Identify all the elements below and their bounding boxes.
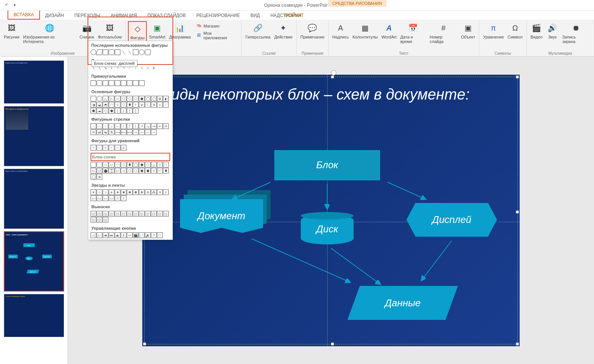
shape-item[interactable]: ⬤ [103, 168, 108, 174]
shape-item[interactable]: ◯ [145, 96, 151, 101]
shape-item[interactable]: ⤻ [151, 129, 157, 135]
shape-item[interactable]: + [91, 145, 96, 151]
tab-pokaz[interactable]: ПОКАЗ СЛАЙДОВ [142, 11, 191, 20]
flowchart-block[interactable]: Блок [274, 150, 380, 180]
shape-item[interactable]: △ [151, 162, 157, 167]
shape-item[interactable]: ↔ [115, 123, 120, 129]
shape-item[interactable]: − [97, 145, 102, 151]
slide-thumb-3[interactable]: Орион обитал в южной Греции... [4, 169, 64, 229]
shape-item[interactable]: ⏮ [103, 232, 108, 238]
shape-item[interactable]: ÷ [109, 145, 114, 151]
shape-item[interactable]: ⏭ [109, 232, 114, 238]
slide-thumb-5[interactable]: Список литературы и сайты [4, 294, 64, 337]
shape-item[interactable]: ◯ [91, 174, 96, 180]
risunki-button[interactable]: 🖼Рисунки [2, 21, 21, 45]
shape-item[interactable]: ≠ [121, 145, 126, 151]
shape-item[interactable]: ╲ [127, 49, 132, 55]
tab-dizain[interactable]: ДИЗАЙН [40, 11, 69, 20]
shape-item[interactable] [127, 80, 132, 86]
shape-item[interactable] [139, 49, 145, 55]
shape-item[interactable]: ⬢ [139, 168, 145, 174]
shape-item[interactable]: ⤵ [133, 123, 138, 129]
shape-item[interactable]: ◊ [115, 195, 120, 201]
shape-item[interactable]: ↗ [139, 123, 145, 129]
shape-item[interactable]: ❋ [139, 189, 145, 195]
giperssylka-button[interactable]: 🔗Гиперссылка [244, 21, 272, 40]
diagramma-button[interactable]: 📊Диаграмма [168, 21, 192, 41]
shape-item[interactable]: ✦ [91, 189, 96, 195]
shape-item[interactable]: ↩ [127, 232, 132, 238]
smartart-button[interactable]: ▣SmartArt [148, 21, 167, 41]
shape-item[interactable]: ◫ [97, 211, 102, 217]
shape-item[interactable]: ⬡ [103, 108, 108, 114]
shape-item[interactable]: ▽ [157, 162, 163, 167]
resize-handle-t[interactable] [331, 75, 334, 78]
shape-item[interactable]: ⇦ [139, 129, 145, 135]
shape-item[interactable]: ⇄ [97, 129, 102, 135]
shape-item[interactable]: ◒ [97, 102, 102, 108]
shape-item[interactable]: ✸ [121, 189, 126, 195]
shape-item[interactable] [91, 80, 96, 86]
shape-item[interactable]: ? [151, 232, 157, 238]
shape-item[interactable]: ▷ [97, 232, 102, 238]
shape-item[interactable]: ⬭ [157, 168, 163, 174]
shape-item[interactable]: ⬡ [145, 162, 151, 167]
shape-item[interactable]: ✹ [127, 189, 132, 195]
shape-item[interactable]: ◐ [163, 96, 169, 101]
slide-title-text[interactable]: Виды некоторых блок – схем в документе: [161, 86, 469, 103]
shape-item[interactable]: ◫ [163, 211, 169, 217]
tab-format[interactable]: ФОРМАТ [279, 11, 309, 20]
shape-item[interactable]: ◫ [157, 211, 163, 217]
shape-item[interactable]: ◯ [133, 162, 138, 167]
shape-item[interactable]: ☆ [103, 189, 108, 195]
shape-item[interactable]: ⤴ [127, 123, 132, 129]
shape-item[interactable]: ▭ [91, 168, 96, 174]
shape-item[interactable]: ☺ [157, 102, 163, 108]
simvol-button[interactable]: ΩСимвол [506, 21, 524, 40]
shape-item[interactable] [133, 49, 138, 55]
shape-item[interactable]: □ [157, 232, 163, 238]
shape-item[interactable]: ◫ [91, 217, 96, 223]
shape-item[interactable]: ( [115, 108, 120, 114]
shape-item[interactable]: ⬟ [91, 108, 96, 114]
shape-item[interactable]: + [133, 102, 138, 108]
shape-item[interactable]: ⬭ [115, 162, 120, 167]
shape-item[interactable]: ☁ [97, 108, 102, 114]
shape-item[interactable]: = [115, 145, 120, 151]
shape-item[interactable]: ◯ [151, 96, 157, 101]
obekt-button[interactable]: ▣Объект [460, 21, 477, 45]
shape-item[interactable]: 🔊 [145, 232, 151, 238]
shape-item[interactable]: ↯ [151, 102, 157, 108]
drawing-tools-tab[interactable]: СРЕДСТВА РИСОВАНИЯ [328, 0, 386, 7]
uravnenie-button[interactable]: πУравнение [482, 21, 505, 40]
shape-item[interactable]: ∿ [139, 65, 145, 71]
shape-item[interactable]: ▭ [109, 195, 114, 201]
shape-item[interactable]: ↘ [145, 123, 151, 129]
shape-item[interactable] [139, 80, 145, 86]
tab-recenz[interactable]: РЕЦЕНЗИРОВАНИЕ [191, 11, 245, 20]
flowchart-data[interactable]: Данные [348, 286, 458, 320]
shape-item[interactable]: { [127, 108, 132, 114]
tab-vid[interactable]: ВИД [245, 11, 265, 20]
shape-item[interactable]: ◑ [91, 102, 96, 108]
shape-item[interactable]: ) [121, 108, 126, 114]
tab-perehody[interactable]: ПЕРЕХОДЫ [69, 11, 105, 20]
shape-item[interactable]: ⬮ [163, 168, 169, 174]
resize-handle-b[interactable] [331, 342, 334, 346]
shape-item[interactable]: ◓ [103, 102, 108, 108]
shape-item[interactable]: ⬯ [121, 102, 126, 108]
shape-item[interactable] [96, 49, 103, 55]
figury-button[interactable]: ◇Фигуры [128, 21, 147, 41]
undo-icon[interactable]: ↶ [3, 2, 10, 9]
shape-item[interactable]: ⟸ [121, 129, 126, 135]
shape-item[interactable] [133, 80, 138, 86]
shape-item[interactable]: ◫ [97, 217, 102, 223]
shape-item[interactable]: ↑ [103, 123, 108, 129]
shape-item[interactable]: → [91, 123, 96, 129]
shape-item[interactable]: ⬮ [127, 162, 132, 167]
moi-prilozh-button[interactable]: ⊞Мои приложения [194, 30, 237, 41]
shape-item[interactable]: ⊕ [157, 96, 163, 101]
shape-item[interactable]: ✶ [109, 189, 114, 195]
shape-item[interactable]: ▷ [115, 168, 120, 174]
shape-item[interactable]: 📄 [139, 232, 145, 238]
